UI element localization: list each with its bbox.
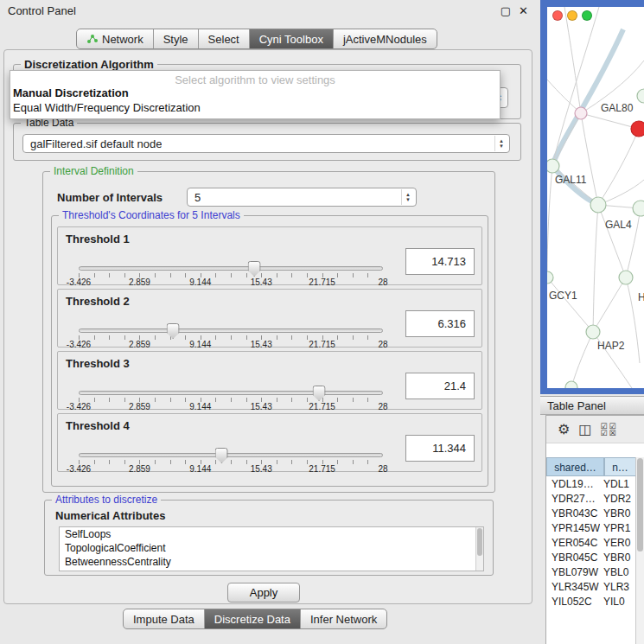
numerical-attributes-list: SelfLoopsTopologicalCoefficientBetweenne…	[59, 526, 484, 571]
popup-placeholder: Select algorithm to view settings	[10, 71, 500, 86]
mac-minimize-button[interactable]	[567, 10, 577, 21]
tab-label: Network	[102, 33, 143, 46]
scale-label: -3.426	[67, 402, 91, 411]
cell-shared-name: YLR345W	[546, 580, 600, 595]
node-label: H	[638, 291, 644, 303]
cell-shared-name: YDR27…	[546, 492, 600, 507]
combo-value: 5	[194, 191, 201, 204]
cell-name: YDL1	[600, 477, 631, 492]
close-window-icon[interactable]: ✕	[519, 4, 528, 17]
tab-select[interactable]: Select	[199, 29, 250, 48]
table-scrollbar-thumb[interactable]	[637, 458, 643, 552]
table-panel: Table Panel ⚙ ◫ ☑ ☑ ☑ ☒ shared… n… YDL19…	[540, 396, 644, 644]
threshold-value-field[interactable]: 21.4	[405, 373, 475, 399]
number-of-intervals-combo[interactable]: 5 ▲ ▼	[187, 188, 417, 207]
scale-label: 15.43	[251, 340, 272, 349]
columns-icon[interactable]: ◫	[578, 421, 591, 437]
attributes-group: Attributes to discretize Numerical Attri…	[44, 500, 494, 576]
threshold-row: Threshold 3 -3.4262.8599.14415.4321.7152…	[57, 351, 482, 410]
float-window-icon[interactable]: ▢	[501, 4, 511, 17]
list-item[interactable]: BetweennessCentrality	[60, 555, 483, 569]
threshold-slider[interactable]: -3.4262.8599.14415.4321.71528	[79, 414, 383, 473]
table-column-headers: shared… n…	[546, 457, 635, 476]
cell-shared-name: YIL052C	[546, 595, 600, 609]
tab-label: Infer Network	[310, 613, 377, 626]
table-data-group: Table Data galFiltered.sif default node …	[13, 123, 521, 161]
window-buttons: ▢ ✕	[501, 4, 528, 17]
list-scrollbar[interactable]	[475, 527, 483, 571]
top-tab-bar: Network Style Select Cyni Toolbox jActiv…	[76, 29, 437, 49]
cell-name: YER0	[600, 536, 631, 551]
scale-label: 21.715	[309, 464, 335, 474]
table-row[interactable]: YPR145WYPR1	[546, 521, 635, 536]
table-row[interactable]: YDR27…YDR2	[546, 492, 635, 507]
control-panel-titlebar: Control Panel ▢ ✕	[0, 0, 536, 21]
network-canvas[interactable]: GAL80GAL11GAL4GCY1HAP2H	[547, 7, 644, 388]
stepper-down-icon: ▼	[499, 144, 504, 149]
cell-name: YBL0	[600, 565, 631, 580]
group-title: Discretization Algorithm	[21, 58, 157, 71]
table-row[interactable]: YDL19…YDL1	[546, 477, 635, 492]
apply-button[interactable]: Apply	[227, 583, 300, 603]
control-panel: Control Panel ▢ ✕ Network Style Select C…	[0, 0, 536, 644]
column-header-shared-name[interactable]: shared…	[546, 457, 604, 476]
list-item[interactable]: TopologicalCoefficient	[60, 541, 483, 555]
cell-shared-name: YDL19…	[546, 477, 600, 492]
tab-label: jActiveMNodules	[343, 33, 427, 46]
threshold-value-field[interactable]: 6.316	[405, 310, 475, 337]
numerical-attributes-label: Numerical Attributes	[55, 509, 165, 522]
bottom-tab-bar: Impute Data Discretize Data Infer Networ…	[123, 609, 387, 629]
row-selection-icons[interactable]: ☑ ☑ ☑ ☒	[600, 423, 617, 437]
table-scrollbar[interactable]	[635, 457, 644, 644]
table-row[interactable]: YBR043CYBR0	[546, 507, 635, 521]
threshold-slider[interactable]: -3.4262.8599.14415.4321.71528	[79, 227, 383, 286]
tab-label: Discretize Data	[214, 613, 290, 626]
threshold-value-field[interactable]: 14.713	[405, 248, 475, 275]
tab-network[interactable]: Network	[77, 29, 154, 48]
combo-stepper-icon: ▲ ▼	[401, 189, 414, 205]
scale-label: 9.144	[189, 464, 211, 474]
tab-impute-data[interactable]: Impute Data	[124, 609, 205, 628]
cell-name: YBR0	[600, 551, 631, 565]
table-row[interactable]: YIL052CYIL0	[546, 595, 635, 609]
tab-infer-network[interactable]: Infer Network	[301, 609, 386, 628]
threshold-row: Threshold 1 -3.4262.8599.14415.4321.7152…	[57, 226, 482, 285]
slider-scale: -3.4262.8599.14415.4321.71528	[79, 414, 383, 473]
tab-discretize-data[interactable]: Discretize Data	[205, 609, 301, 628]
threshold-slider[interactable]: -3.4262.8599.14415.4321.71528	[79, 352, 383, 411]
threshold-value-field[interactable]: 11.344	[405, 435, 475, 462]
table-panel-title: Table Panel	[547, 399, 606, 412]
table-toolbar: ⚙ ◫ ☑ ☑ ☑ ☒	[546, 416, 644, 443]
list-scrollbar-thumb[interactable]	[477, 528, 482, 556]
list-item[interactable]: SelfLoops	[60, 527, 483, 541]
group-title: Attributes to discretize	[52, 494, 161, 506]
tab-jactivemnodules[interactable]: jActiveMNodules	[334, 29, 437, 48]
tab-cyni-toolbox[interactable]: Cyni Toolbox	[250, 29, 334, 48]
tab-label: Impute Data	[133, 613, 194, 626]
threshold-rows: Threshold 1 -3.4262.8599.14415.4321.7152…	[57, 226, 482, 475]
cell-shared-name: YPR145W	[546, 521, 600, 536]
scale-label: 9.144	[189, 277, 211, 287]
cell-name: YDR2	[600, 492, 631, 507]
gear-icon[interactable]: ⚙	[558, 421, 570, 437]
table-row[interactable]: YLR345WYLR3	[546, 580, 635, 595]
table-row[interactable]: YBL079WYBL0	[546, 565, 635, 580]
network-tab-icon	[86, 34, 98, 44]
threshold-row: Threshold 2 -3.4262.8599.14415.4321.7152…	[57, 289, 482, 348]
network-view-frame: GAL80GAL11GAL4GCY1HAP2H	[540, 0, 644, 394]
table-row[interactable]: YER054CYER0	[546, 536, 635, 551]
threshold-slider[interactable]: -3.4262.8599.14415.4321.71528	[79, 290, 383, 348]
scale-label: 28	[378, 340, 387, 349]
table-row[interactable]: YBR045CYBR0	[546, 551, 635, 565]
mac-close-button[interactable]	[552, 10, 563, 21]
cell-shared-name: YBR045C	[546, 551, 600, 565]
column-header-name[interactable]: n…	[604, 457, 636, 476]
checkbox-checked-icon: ☑	[600, 430, 609, 437]
popup-option-manual-discretization[interactable]: Manual Discretization	[10, 86, 500, 100]
tab-style[interactable]: Style	[154, 29, 199, 48]
table-data-combo[interactable]: galFiltered.sif default node ▲ ▼	[22, 134, 510, 153]
stepper-up-icon: ▲	[405, 193, 411, 197]
popup-option-equal-width[interactable]: Equal Width/Frequency Discretization	[10, 100, 500, 115]
mac-zoom-button[interactable]	[582, 10, 592, 21]
scale-label: 9.144	[189, 340, 211, 349]
